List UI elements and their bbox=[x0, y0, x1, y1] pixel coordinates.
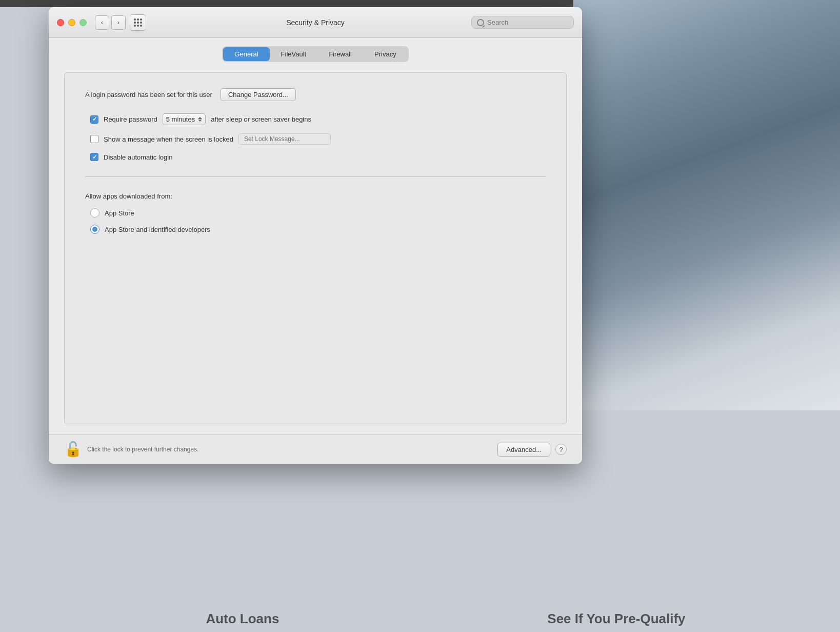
allow-apps-label: Allow apps downloaded from: bbox=[85, 192, 546, 200]
show-lock-message-row: Show a message when the screen is locked bbox=[90, 133, 546, 145]
lock-message-input[interactable] bbox=[238, 133, 331, 145]
tab-privacy[interactable]: Privacy bbox=[363, 47, 408, 61]
bottom-text-left: Auto Loans bbox=[206, 611, 279, 627]
tabs-container: General FileVault Firewall Privacy bbox=[49, 38, 582, 62]
disable-auto-login-row: Disable automatic login bbox=[90, 153, 546, 161]
password-label: A login password has been set for this u… bbox=[85, 91, 212, 98]
app-store-radio-row[interactable]: App Store bbox=[90, 208, 546, 218]
window-title: Security & Privacy bbox=[286, 18, 345, 27]
content-area: A login password has been set for this u… bbox=[49, 62, 582, 434]
require-password-label-after: after sleep or screen saver begins bbox=[211, 115, 311, 123]
close-button[interactable] bbox=[57, 19, 64, 26]
section-divider bbox=[85, 176, 546, 177]
search-bar[interactable] bbox=[471, 16, 574, 29]
require-password-label-before: Require password bbox=[104, 115, 157, 123]
stepper-up-icon bbox=[198, 117, 202, 119]
search-input[interactable] bbox=[487, 18, 568, 26]
traffic-lights bbox=[57, 19, 87, 26]
app-store-identified-radio-row[interactable]: App Store and identified developers bbox=[90, 225, 546, 234]
tab-filevault[interactable]: FileVault bbox=[270, 47, 318, 61]
password-delay-value: 5 minutes bbox=[166, 115, 195, 123]
lock-icon[interactable]: 🔓 bbox=[64, 442, 82, 457]
tab-firewall[interactable]: Firewall bbox=[317, 47, 363, 61]
grid-button[interactable] bbox=[130, 14, 146, 31]
radio-group: App Store App Store and identified devel… bbox=[90, 208, 546, 234]
disable-auto-login-checkbox[interactable] bbox=[90, 153, 98, 161]
stepper-down-icon bbox=[198, 120, 202, 122]
background-mountain bbox=[573, 0, 840, 410]
bottom-text-right: See If You Pre-Qualify bbox=[547, 611, 685, 627]
back-button[interactable]: ‹ bbox=[95, 15, 109, 30]
show-lock-message-label: Show a message when the screen is locked bbox=[104, 135, 233, 143]
require-password-row: Require password 5 minutes after sleep o… bbox=[90, 113, 546, 125]
nav-buttons: ‹ › bbox=[95, 15, 126, 30]
bottom-text-area: Auto Loans See If You Pre-Qualify bbox=[51, 606, 840, 632]
app-store-identified-label: App Store and identified developers bbox=[105, 226, 210, 233]
minimize-button[interactable] bbox=[68, 19, 75, 26]
password-delay-select[interactable]: 5 minutes bbox=[163, 113, 206, 125]
app-store-radio[interactable] bbox=[90, 208, 99, 218]
app-store-label: App Store bbox=[105, 209, 134, 217]
forward-button[interactable]: › bbox=[111, 15, 126, 30]
disable-auto-login-label: Disable automatic login bbox=[104, 153, 172, 161]
change-password-button[interactable]: Change Password... bbox=[221, 88, 296, 101]
options-section: Require password 5 minutes after sleep o… bbox=[90, 113, 546, 161]
search-icon bbox=[477, 19, 484, 26]
allow-apps-section: Allow apps downloaded from: App Store Ap… bbox=[85, 192, 546, 234]
tabs: General FileVault Firewall Privacy bbox=[222, 46, 408, 62]
grid-icon bbox=[134, 18, 142, 27]
require-password-checkbox[interactable] bbox=[90, 115, 98, 124]
advanced-button[interactable]: Advanced... bbox=[497, 443, 550, 457]
app-store-identified-radio[interactable] bbox=[90, 225, 99, 234]
lock-message: Click the lock to prevent further change… bbox=[87, 446, 497, 453]
help-button[interactable]: ? bbox=[555, 444, 567, 455]
tab-general[interactable]: General bbox=[223, 47, 269, 61]
stepper-arrows bbox=[198, 117, 202, 122]
show-lock-message-checkbox[interactable] bbox=[90, 135, 98, 143]
maximize-button[interactable] bbox=[79, 19, 87, 26]
password-row: A login password has been set for this u… bbox=[85, 88, 546, 101]
system-preferences-window: ‹ › Security & Privacy General FileVault… bbox=[49, 7, 582, 464]
inner-panel: A login password has been set for this u… bbox=[64, 72, 567, 424]
title-bar: ‹ › Security & Privacy bbox=[49, 7, 582, 38]
footer: 🔓 Click the lock to prevent further chan… bbox=[49, 434, 582, 464]
